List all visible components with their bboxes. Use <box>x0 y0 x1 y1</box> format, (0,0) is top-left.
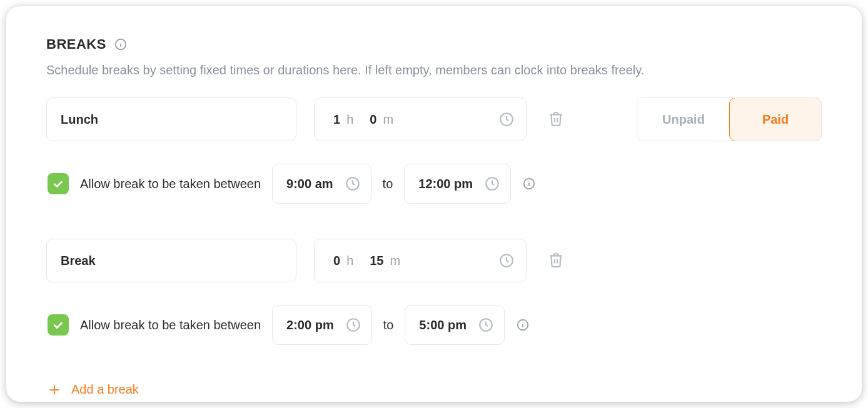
duration-minutes: 15 <box>370 254 383 268</box>
svg-point-1 <box>120 42 121 42</box>
end-time-value: 5:00 pm <box>419 318 467 332</box>
add-break-button[interactable]: Add a break <box>46 380 140 399</box>
allow-between-checkbox[interactable] <box>48 314 69 336</box>
hours-unit: h <box>346 112 353 127</box>
clock-icon <box>478 317 494 333</box>
unpaid-option[interactable]: Unpaid <box>637 98 730 141</box>
start-time-input[interactable]: 2:00 pm <box>272 305 372 345</box>
minutes-unit: m <box>383 112 393 127</box>
break-name-input[interactable] <box>46 239 296 282</box>
svg-point-13 <box>522 322 523 323</box>
to-label: to <box>383 318 394 332</box>
trash-icon <box>548 111 564 127</box>
paid-option[interactable]: Paid <box>729 97 822 141</box>
breaks-card: BREAKS Schedule breaks by setting fixed … <box>6 6 862 402</box>
delete-break-button[interactable] <box>544 107 568 132</box>
duration-values: 1 h 0 m <box>333 112 393 127</box>
break-name-input[interactable] <box>46 97 296 141</box>
break-row: 1 h 0 m Unpaid Paid <box>46 97 822 141</box>
minutes-unit: m <box>390 254 401 268</box>
allow-between-label: Allow break to be taken between <box>80 177 261 191</box>
allow-between-label: Allow break to be taken between <box>80 318 261 332</box>
hours-unit: h <box>346 254 353 268</box>
to-label: to <box>383 177 393 191</box>
delete-break-button[interactable] <box>544 248 568 274</box>
end-time-input[interactable]: 12:00 pm <box>404 164 511 204</box>
allow-between-row: Allow break to be taken between 9:00 am … <box>46 164 822 204</box>
svg-point-7 <box>528 181 529 182</box>
allow-between-checkbox[interactable] <box>48 173 69 194</box>
trash-icon <box>548 252 564 268</box>
duration-input[interactable]: 0 h 15 m <box>314 239 527 282</box>
allow-between-row: Allow break to be taken between 2:00 pm … <box>46 305 822 345</box>
clock-icon <box>498 252 515 269</box>
clock-icon <box>498 111 515 127</box>
duration-hours: 1 <box>333 112 340 127</box>
info-icon[interactable] <box>516 318 530 332</box>
info-icon[interactable] <box>522 177 536 191</box>
duration-hours: 0 <box>333 254 340 268</box>
duration-values: 0 h 15 m <box>333 254 400 268</box>
plus-icon <box>48 383 61 397</box>
pay-toggle: Unpaid Paid <box>637 97 822 141</box>
end-time-value: 12:00 pm <box>418 177 473 191</box>
clock-icon <box>345 176 361 192</box>
start-time-value: 9:00 am <box>286 177 333 191</box>
section-title: BREAKS <box>46 36 106 52</box>
break-row: 0 h 15 m <box>46 239 822 282</box>
clock-icon <box>484 176 500 192</box>
start-time-value: 2:00 pm <box>286 318 334 332</box>
clock-icon <box>345 317 361 333</box>
section-description: Schedule breaks by setting fixed times o… <box>46 61 822 79</box>
end-time-input[interactable]: 5:00 pm <box>405 305 505 345</box>
section-header: BREAKS <box>46 36 822 52</box>
start-time-input[interactable]: 9:00 am <box>272 164 371 204</box>
info-icon[interactable] <box>114 37 128 51</box>
duration-input[interactable]: 1 h 0 m <box>314 97 527 141</box>
add-break-label: Add a break <box>71 382 139 397</box>
duration-minutes: 0 <box>370 112 376 127</box>
